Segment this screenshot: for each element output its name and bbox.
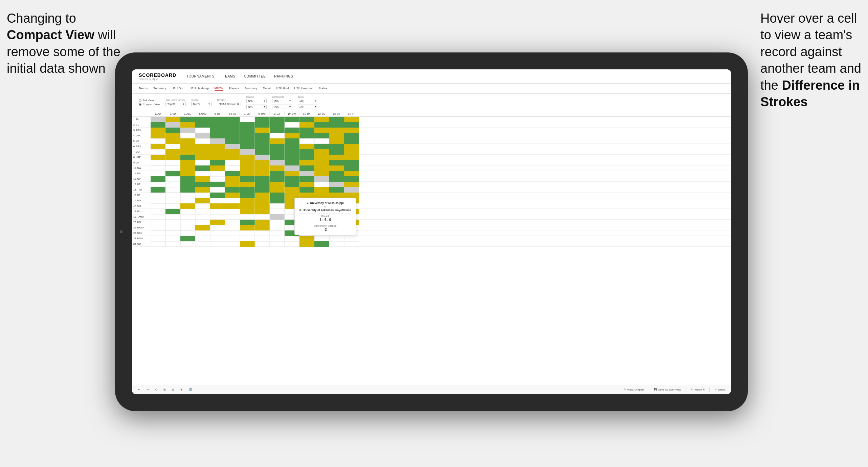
filter-max-teams-select[interactable]: Top 50 ▾ xyxy=(165,102,186,106)
cell-17-8[interactable] xyxy=(255,203,270,209)
cell-5-7[interactable] xyxy=(240,138,255,144)
tab-matrix-2[interactable]: Matrix xyxy=(319,87,327,91)
cell-24-3[interactable] xyxy=(180,241,195,247)
cell-17-4[interactable] xyxy=(195,203,210,209)
cell-12-14[interactable] xyxy=(344,176,359,182)
radio-compact-view[interactable]: Compact View xyxy=(139,103,160,106)
cell-21-5[interactable] xyxy=(210,225,225,230)
cell-4-13[interactable] xyxy=(329,133,344,138)
cell-15-11[interactable] xyxy=(299,193,314,198)
cell-7-10[interactable] xyxy=(285,149,299,155)
cell-8-10[interactable] xyxy=(285,155,299,160)
cell-24-8[interactable] xyxy=(255,241,270,247)
cell-16-8[interactable] xyxy=(255,198,270,203)
cell-14-8[interactable] xyxy=(255,187,270,193)
toolbar-share-btn[interactable]: ↗ Share xyxy=(713,387,726,392)
cell-5-1[interactable] xyxy=(151,138,165,144)
cell-8-8[interactable] xyxy=(255,155,270,160)
cell-12-6[interactable] xyxy=(225,176,240,182)
cell-16-4[interactable] xyxy=(195,198,210,203)
cell-8-14[interactable] xyxy=(344,155,359,160)
cell-14-7[interactable] xyxy=(240,187,255,193)
cell-16-2[interactable] xyxy=(165,198,180,203)
cell-10-14[interactable] xyxy=(344,165,359,171)
cell-10-1[interactable] xyxy=(151,165,165,171)
tab-detail[interactable]: Detail xyxy=(263,87,271,91)
cell-13-8[interactable] xyxy=(255,182,270,187)
cell-13-7[interactable] xyxy=(240,182,255,187)
cell-6-4[interactable] xyxy=(195,144,210,149)
cell-11-3[interactable] xyxy=(180,171,195,176)
cell-13-6[interactable] xyxy=(225,182,240,187)
cell-12-8[interactable] xyxy=(255,176,270,182)
cell-4-4[interactable] xyxy=(195,133,210,138)
cell-10-7[interactable] xyxy=(240,165,255,171)
cell-2-2[interactable] xyxy=(165,122,180,128)
cell-5-2[interactable] xyxy=(165,138,180,144)
cell-7-12[interactable] xyxy=(314,149,329,155)
cell-5-3[interactable] xyxy=(180,138,195,144)
cell-14-6[interactable] xyxy=(225,187,240,193)
cell-3-7[interactable] xyxy=(240,128,255,133)
cell-2-8[interactable] xyxy=(255,122,270,128)
cell-9-9[interactable] xyxy=(270,160,285,165)
cell-10-8[interactable] xyxy=(255,165,270,171)
cell-5-13[interactable] xyxy=(329,138,344,144)
cell-12-11[interactable] xyxy=(299,176,314,182)
cell-10-2[interactable] xyxy=(165,165,180,171)
cell-23-13[interactable] xyxy=(329,236,344,241)
cell-4-10[interactable] xyxy=(285,133,299,138)
cell-21-7[interactable] xyxy=(240,225,255,230)
cell-1-4[interactable] xyxy=(195,117,210,122)
cell-5-6[interactable] xyxy=(225,138,240,144)
cell-7-14[interactable] xyxy=(344,149,359,155)
cell-1-13[interactable] xyxy=(329,117,344,122)
cell-5-10[interactable] xyxy=(285,138,299,144)
cell-5-8[interactable] xyxy=(255,138,270,144)
cell-17-3[interactable] xyxy=(180,203,195,209)
cell-23-12[interactable] xyxy=(314,236,329,241)
cell-14-14[interactable] xyxy=(344,187,359,193)
cell-18-5[interactable] xyxy=(210,209,225,214)
cell-1-12[interactable] xyxy=(314,117,329,122)
cell-3-11[interactable] xyxy=(299,128,314,133)
cell-4-1[interactable] xyxy=(151,133,165,138)
cell-4-9[interactable] xyxy=(270,133,285,138)
cell-12-13[interactable] xyxy=(329,176,344,182)
cell-23-10[interactable] xyxy=(285,236,299,241)
cell-11-7[interactable] xyxy=(240,171,255,176)
cell-2-1[interactable] xyxy=(151,122,165,128)
cell-15-4[interactable] xyxy=(195,193,210,198)
cell-6-5[interactable] xyxy=(210,144,225,149)
nav-committee[interactable]: COMMITTEE xyxy=(244,74,266,78)
toolbar-save-custom[interactable]: 💾 Save Custom View xyxy=(652,387,682,392)
cell-13-11[interactable] xyxy=(299,182,314,187)
cell-14-9[interactable] xyxy=(270,187,285,193)
toolbar-undo[interactable]: ↩ xyxy=(137,387,142,392)
cell-9-12[interactable] xyxy=(314,160,329,165)
cell-9-13[interactable] xyxy=(329,160,344,165)
cell-7-4[interactable] xyxy=(195,149,210,155)
cell-5-9[interactable] xyxy=(270,138,285,144)
cell-10-12[interactable] xyxy=(314,165,329,171)
cell-22-8[interactable] xyxy=(255,230,270,236)
cell-1-3[interactable] xyxy=(180,117,195,122)
cell-10-10[interactable] xyxy=(285,165,299,171)
cell-1-10[interactable] xyxy=(285,117,299,122)
cell-24-5[interactable] xyxy=(210,241,225,247)
cell-24-10[interactable] xyxy=(285,241,299,247)
cell-24-9[interactable] xyxy=(270,241,285,247)
cell-6-2[interactable] xyxy=(165,144,180,149)
cell-19-5[interactable] xyxy=(210,214,225,220)
cell-11-1[interactable] xyxy=(151,171,165,176)
cell-11-10[interactable] xyxy=(285,171,299,176)
cell-1-5[interactable] xyxy=(210,117,225,122)
cell-10-13[interactable] xyxy=(329,165,344,171)
cell-22-2[interactable] xyxy=(165,230,180,236)
cell-11-13[interactable] xyxy=(329,171,344,176)
cell-24-12[interactable] xyxy=(314,241,329,247)
toolbar-view-original[interactable]: 👁 View: Original xyxy=(622,387,645,392)
cell-18-7[interactable] xyxy=(240,209,255,214)
cell-11-5[interactable] xyxy=(210,171,225,176)
cell-23-8[interactable] xyxy=(255,236,270,241)
